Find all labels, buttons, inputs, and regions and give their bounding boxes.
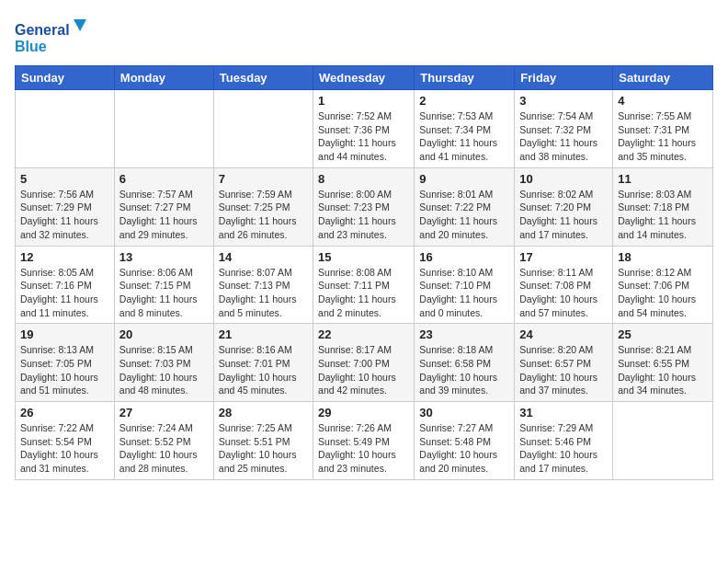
day-info: Sunrise: 7:56 AM Sunset: 7:29 PM Dayligh…: [20, 188, 109, 242]
day-number: 12: [20, 250, 109, 264]
day-info: Sunrise: 7:25 AM Sunset: 5:51 PM Dayligh…: [219, 421, 308, 476]
day-info: Sunrise: 7:54 AM Sunset: 7:32 PM Dayligh…: [519, 109, 608, 164]
day-info: Sunrise: 8:20 AM Sunset: 6:57 PM Dayligh…: [519, 343, 608, 397]
calendar-cell: 31Sunrise: 7:29 AM Sunset: 5:46 PM Dayli…: [515, 402, 613, 480]
day-info: Sunrise: 8:15 AM Sunset: 7:03 PM Dayligh…: [119, 343, 209, 397]
calendar-table: SundayMondayTuesdayWednesdayThursdayFrid…: [15, 65, 713, 480]
svg-marker-2: [74, 19, 86, 31]
calendar-cell: [114, 90, 213, 168]
day-number: 24: [519, 327, 608, 341]
calendar-cell: 17Sunrise: 8:11 AM Sunset: 7:08 PM Dayli…: [515, 246, 613, 324]
day-number: 3: [519, 94, 608, 108]
calendar-cell: 29Sunrise: 7:26 AM Sunset: 5:49 PM Dayli…: [313, 402, 415, 480]
calendar-cell: [613, 402, 713, 480]
calendar-cell: 11Sunrise: 8:03 AM Sunset: 7:18 PM Dayli…: [613, 167, 713, 246]
day-info: Sunrise: 8:00 AM Sunset: 7:23 PM Dayligh…: [318, 188, 409, 242]
calendar-cell: 25Sunrise: 8:21 AM Sunset: 6:55 PM Dayli…: [613, 324, 713, 402]
day-number: 16: [419, 250, 509, 264]
weekday-header: Sunday: [16, 66, 115, 90]
day-number: 26: [20, 406, 109, 419]
day-number: 11: [618, 172, 708, 186]
logo-svg: GeneralBlue: [15, 15, 88, 56]
day-info: Sunrise: 8:01 AM Sunset: 7:22 PM Dayligh…: [419, 188, 509, 242]
calendar-cell: 30Sunrise: 7:27 AM Sunset: 5:48 PM Dayli…: [415, 402, 515, 480]
day-number: 15: [318, 250, 409, 264]
day-info: Sunrise: 8:21 AM Sunset: 6:55 PM Dayligh…: [618, 343, 708, 397]
day-info: Sunrise: 7:57 AM Sunset: 7:27 PM Dayligh…: [119, 188, 209, 242]
day-info: Sunrise: 8:03 AM Sunset: 7:18 PM Dayligh…: [618, 188, 708, 242]
day-number: 23: [419, 327, 509, 341]
day-number: 28: [219, 406, 308, 419]
weekday-header: Tuesday: [213, 66, 313, 90]
weekday-header: Friday: [515, 66, 613, 90]
calendar-cell: 13Sunrise: 8:06 AM Sunset: 7:15 PM Dayli…: [114, 246, 213, 324]
day-number: 27: [119, 406, 209, 419]
day-info: Sunrise: 8:18 AM Sunset: 6:58 PM Dayligh…: [419, 343, 509, 397]
day-number: 18: [618, 250, 708, 264]
day-info: Sunrise: 8:16 AM Sunset: 7:01 PM Dayligh…: [219, 343, 308, 397]
day-number: 8: [318, 172, 409, 186]
day-info: Sunrise: 7:29 AM Sunset: 5:46 PM Dayligh…: [519, 421, 608, 476]
day-info: Sunrise: 8:07 AM Sunset: 7:13 PM Dayligh…: [219, 266, 308, 320]
day-number: 19: [20, 327, 109, 341]
svg-text:General: General: [15, 22, 70, 38]
day-info: Sunrise: 7:26 AM Sunset: 5:49 PM Dayligh…: [318, 421, 409, 476]
calendar-cell: [16, 90, 115, 168]
calendar-cell: 9Sunrise: 8:01 AM Sunset: 7:22 PM Daylig…: [415, 167, 515, 246]
calendar-cell: 23Sunrise: 8:18 AM Sunset: 6:58 PM Dayli…: [415, 324, 515, 402]
day-number: 25: [618, 327, 708, 341]
weekday-header: Saturday: [613, 66, 713, 90]
calendar-cell: 20Sunrise: 8:15 AM Sunset: 7:03 PM Dayli…: [114, 324, 213, 402]
day-info: Sunrise: 7:55 AM Sunset: 7:31 PM Dayligh…: [618, 109, 708, 164]
day-number: 29: [318, 406, 409, 419]
calendar-cell: 27Sunrise: 7:24 AM Sunset: 5:52 PM Dayli…: [114, 402, 213, 480]
day-number: 21: [219, 327, 308, 341]
calendar-cell: 3Sunrise: 7:54 AM Sunset: 7:32 PM Daylig…: [515, 90, 613, 168]
day-number: 17: [519, 250, 608, 264]
day-number: 9: [419, 172, 509, 186]
day-info: Sunrise: 8:10 AM Sunset: 7:10 PM Dayligh…: [419, 266, 509, 320]
day-number: 30: [419, 406, 509, 419]
day-info: Sunrise: 8:05 AM Sunset: 7:16 PM Dayligh…: [20, 266, 109, 320]
day-number: 20: [119, 327, 209, 341]
logo: GeneralBlue: [15, 15, 88, 56]
day-info: Sunrise: 7:59 AM Sunset: 7:25 PM Dayligh…: [219, 188, 308, 242]
day-number: 14: [219, 250, 308, 264]
svg-text:Blue: Blue: [15, 39, 47, 54]
day-number: 6: [119, 172, 209, 186]
day-info: Sunrise: 8:12 AM Sunset: 7:06 PM Dayligh…: [618, 266, 708, 320]
calendar-cell: 24Sunrise: 8:20 AM Sunset: 6:57 PM Dayli…: [515, 324, 613, 402]
day-number: 22: [318, 327, 409, 341]
calendar-cell: 26Sunrise: 7:22 AM Sunset: 5:54 PM Dayli…: [16, 402, 115, 480]
weekday-header: Thursday: [415, 66, 515, 90]
day-number: 31: [519, 406, 608, 419]
day-info: Sunrise: 7:22 AM Sunset: 5:54 PM Dayligh…: [20, 421, 109, 476]
calendar-cell: 18Sunrise: 8:12 AM Sunset: 7:06 PM Dayli…: [613, 246, 713, 324]
day-info: Sunrise: 8:06 AM Sunset: 7:15 PM Dayligh…: [119, 266, 209, 320]
calendar-cell: 7Sunrise: 7:59 AM Sunset: 7:25 PM Daylig…: [213, 167, 313, 246]
calendar-cell: 12Sunrise: 8:05 AM Sunset: 7:16 PM Dayli…: [16, 246, 115, 324]
calendar-cell: 14Sunrise: 8:07 AM Sunset: 7:13 PM Dayli…: [213, 246, 313, 324]
calendar-cell: 4Sunrise: 7:55 AM Sunset: 7:31 PM Daylig…: [613, 90, 713, 168]
day-number: 2: [419, 94, 509, 108]
calendar-cell: 28Sunrise: 7:25 AM Sunset: 5:51 PM Dayli…: [213, 402, 313, 480]
day-number: 7: [219, 172, 308, 186]
calendar-cell: 22Sunrise: 8:17 AM Sunset: 7:00 PM Dayli…: [313, 324, 415, 402]
day-info: Sunrise: 7:24 AM Sunset: 5:52 PM Dayligh…: [119, 421, 209, 476]
calendar-cell: 10Sunrise: 8:02 AM Sunset: 7:20 PM Dayli…: [515, 167, 613, 246]
calendar-cell: 8Sunrise: 8:00 AM Sunset: 7:23 PM Daylig…: [313, 167, 415, 246]
day-number: 10: [519, 172, 608, 186]
calendar-cell: 2Sunrise: 7:53 AM Sunset: 7:34 PM Daylig…: [415, 90, 515, 168]
calendar-cell: 1Sunrise: 7:52 AM Sunset: 7:36 PM Daylig…: [313, 90, 415, 168]
calendar-cell: 16Sunrise: 8:10 AM Sunset: 7:10 PM Dayli…: [415, 246, 515, 324]
day-info: Sunrise: 7:52 AM Sunset: 7:36 PM Dayligh…: [318, 109, 409, 164]
day-info: Sunrise: 7:53 AM Sunset: 7:34 PM Dayligh…: [419, 109, 509, 164]
calendar-cell: [213, 90, 313, 168]
calendar-cell: 6Sunrise: 7:57 AM Sunset: 7:27 PM Daylig…: [114, 167, 213, 246]
day-info: Sunrise: 8:11 AM Sunset: 7:08 PM Dayligh…: [519, 266, 608, 320]
page-header: GeneralBlue: [15, 15, 713, 56]
calendar-cell: 21Sunrise: 8:16 AM Sunset: 7:01 PM Dayli…: [213, 324, 313, 402]
day-info: Sunrise: 8:08 AM Sunset: 7:11 PM Dayligh…: [318, 266, 409, 320]
day-info: Sunrise: 8:13 AM Sunset: 7:05 PM Dayligh…: [20, 343, 109, 397]
day-number: 1: [318, 94, 409, 108]
